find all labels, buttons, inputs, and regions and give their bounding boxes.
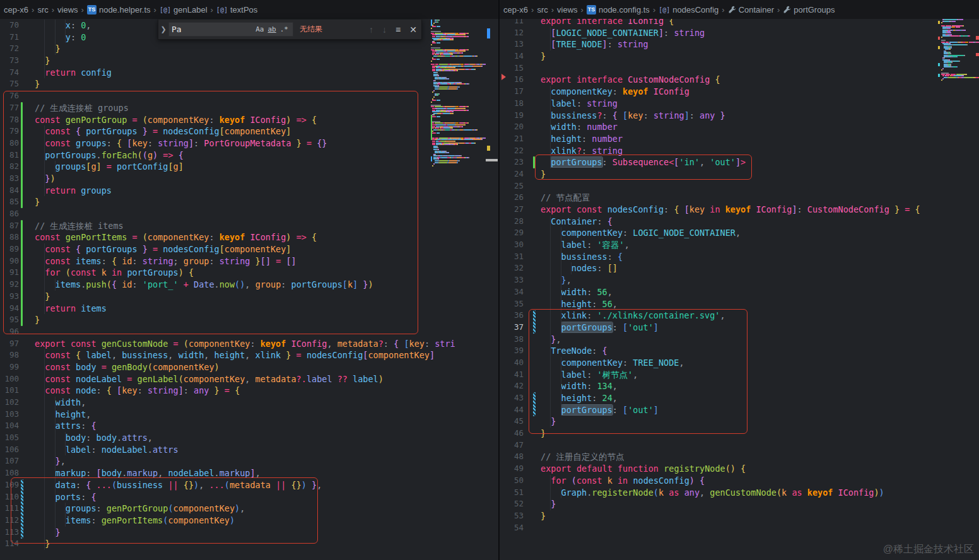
line-number-38: 38: [500, 334, 524, 346]
code-line-101[interactable]: const node: { [key: string]: any } = {: [35, 385, 431, 397]
code-line-27[interactable]: export const nodesConfig: { [key in keyo…: [541, 204, 941, 216]
code-line-105[interactable]: body: body.attrs,: [35, 432, 431, 444]
code-line-13[interactable]: [TREE_NODE]: string: [541, 38, 941, 50]
line-number-48: 48: [500, 451, 524, 463]
match-case-icon[interactable]: Aa: [254, 25, 266, 33]
breadcrumb-item-src[interactable]: src: [537, 5, 548, 15]
line-number-43: 43: [500, 392, 524, 404]
code-line-52[interactable]: }: [541, 498, 941, 510]
code-line-29[interactable]: componentKey: LOGIC_NODE_CONTAINER,: [541, 227, 941, 239]
breadcrumb-separator: ›: [528, 5, 537, 15]
find-previous-icon[interactable]: ↑: [365, 25, 378, 35]
breadcrumb-item-views[interactable]: views: [557, 5, 578, 15]
code-line-74[interactable]: return config: [35, 67, 431, 79]
editor-right[interactable]: 1112131415161718192021222324252627282930…: [500, 0, 979, 560]
breadcrumb-separator: ›: [151, 5, 160, 15]
overview-ruler-mark: [431, 156, 432, 161]
code-line-51[interactable]: Graph.registerNode(k as any, genCustomNo…: [541, 487, 941, 499]
code-line-48[interactable]: // 注册自定义的节点: [541, 451, 941, 463]
fold-marker-icon[interactable]: [501, 74, 506, 80]
code-line-32[interactable]: nodes: []: [541, 262, 941, 274]
whole-word-icon[interactable]: ab: [266, 25, 278, 33]
breadcrumb-left: cep-x6›src›views›TSnode.helper.ts›[@]gen…: [0, 0, 498, 19]
find-next-icon[interactable]: ↓: [378, 25, 391, 35]
line-number-105: 105: [0, 432, 19, 444]
find-in-selection-icon[interactable]: ≡: [391, 25, 405, 35]
overview-ruler-mark: [938, 46, 940, 49]
code-line-33[interactable]: },: [541, 274, 941, 286]
code-line-98[interactable]: const { label, bussiness, width, height,…: [35, 349, 431, 361]
breadcrumb-label: Container: [739, 5, 774, 15]
code-line-17[interactable]: componentKey: keyof IConfig: [541, 86, 941, 98]
breadcrumb-item-cep-x6[interactable]: cep-x6: [503, 5, 528, 15]
code-line-30[interactable]: label: '容器',: [541, 239, 941, 251]
code-line-14[interactable]: }: [541, 50, 941, 62]
code-line-35[interactable]: height: 56,: [541, 298, 941, 310]
code-line-16[interactable]: export interface CustomNodeConfig {: [541, 74, 941, 86]
line-number-73: 73: [0, 55, 19, 67]
code-line-12[interactable]: [LOGIC_NODE_CONTAINER]: string: [541, 27, 941, 39]
breadcrumb-item-node.config.ts[interactable]: TSnode.config.ts: [587, 5, 650, 15]
code-line-19[interactable]: bussiness?: { [key: string]: any }: [541, 110, 941, 122]
code-line-28[interactable]: Container: {: [541, 216, 941, 228]
breadcrumb-item-genLabel[interactable]: [@]genLabel: [160, 5, 208, 15]
minimap-line: [941, 81, 979, 83]
find-result-count: 无结果: [300, 24, 322, 35]
code-line-72[interactable]: }: [35, 43, 431, 55]
code-line-75[interactable]: }: [35, 78, 431, 90]
code-line-49[interactable]: export default function registryNode() {: [541, 463, 941, 475]
code-line-21[interactable]: height: number: [541, 133, 941, 145]
line-number-33: 33: [500, 274, 524, 286]
code-line-107[interactable]: },: [35, 455, 431, 467]
line-number-18: 18: [500, 98, 524, 110]
code-line-104[interactable]: attrs: {: [35, 420, 431, 432]
breadcrumb-item-node.helper.ts[interactable]: TSnode.helper.ts: [87, 5, 151, 15]
breadcrumb-item-portGroups[interactable]: portGroups: [783, 5, 835, 15]
code-line-25[interactable]: [541, 180, 941, 192]
code-line-20[interactable]: width: number: [541, 121, 941, 133]
typescript-file-icon: TS: [87, 5, 97, 15]
code-line-31[interactable]: bussiness: {: [541, 251, 941, 263]
code-line-99[interactable]: const body = genBody(componentKey): [35, 361, 431, 373]
minimap-line: [431, 165, 486, 166]
annotation-box-1: [3, 91, 418, 334]
line-number-22: 22: [500, 145, 524, 157]
breadcrumb-item-textPos[interactable]: [@]textPos: [216, 5, 257, 15]
code-line-26[interactable]: // 节点配置: [541, 192, 941, 204]
toggle-replace-icon[interactable]: ❯: [158, 25, 168, 33]
breadcrumb-separator: ›: [650, 5, 659, 15]
code-line-103[interactable]: height,: [35, 409, 431, 421]
code-line-50[interactable]: for (const k in nodesConfig) {: [541, 475, 941, 487]
code-line-97[interactable]: export const genCustomNode = (componentK…: [35, 338, 431, 350]
regex-icon[interactable]: .*: [278, 25, 290, 33]
code-line-15[interactable]: [541, 62, 941, 74]
breadcrumb-separator: ›: [774, 5, 783, 15]
code-line-34[interactable]: width: 56,: [541, 286, 941, 298]
breadcrumb-item-nodesConfig[interactable]: [@]nodesConfig: [659, 5, 718, 15]
code-line-54[interactable]: [541, 522, 941, 534]
code-area-right[interactable]: export interface IConfig { [LOGIC_NODE_C…: [541, 0, 941, 560]
line-number-102: 102: [0, 397, 19, 409]
wrench-icon: [728, 6, 736, 14]
find-query[interactable]: Pa: [172, 25, 254, 34]
code-line-100[interactable]: const nodeLabel = genLabel(componentKey,…: [35, 373, 431, 385]
find-input[interactable]: Pa Aa ab .*: [168, 22, 293, 37]
line-number-12: 12: [500, 27, 524, 39]
breadcrumb-item-Container[interactable]: Container: [728, 5, 774, 15]
line-number-49: 49: [500, 463, 524, 475]
breadcrumb-item-cep-x6[interactable]: cep-x6: [4, 5, 28, 15]
code-line-53[interactable]: }: [541, 510, 941, 522]
code-line-18[interactable]: label: string: [541, 98, 941, 110]
minimap-left[interactable]: [431, 0, 486, 166]
line-number-47: 47: [500, 440, 524, 452]
code-line-73[interactable]: }: [35, 55, 431, 67]
code-line-47[interactable]: [541, 440, 941, 452]
overview-ruler-mark: [976, 36, 979, 40]
code-line-106[interactable]: label: nodeLabel.attrs: [35, 444, 431, 456]
line-number-70: 70: [0, 20, 19, 32]
code-line-102[interactable]: width,: [35, 397, 431, 409]
breadcrumb-label: portGroups: [794, 5, 835, 15]
find-close-icon[interactable]: ✕: [405, 25, 421, 35]
breadcrumb-item-views[interactable]: views: [57, 5, 78, 15]
breadcrumb-item-src[interactable]: src: [37, 5, 48, 15]
